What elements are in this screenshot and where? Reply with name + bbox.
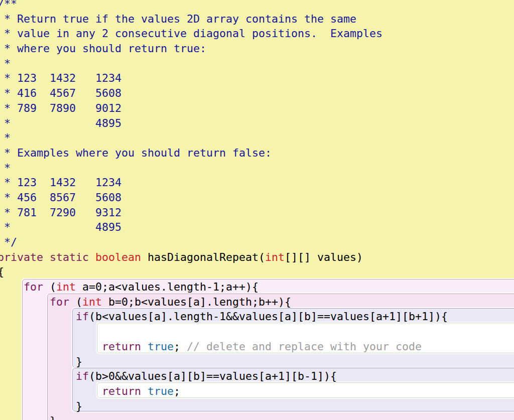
code-token — [0, 281, 24, 293]
code-line-28: } — [0, 399, 448, 414]
code-token: a=0;a<values.length-1;a++){ — [76, 281, 259, 293]
code-token: int — [82, 296, 102, 308]
code-token: return — [102, 340, 141, 353]
code-token: ; — [174, 385, 180, 397]
code-token: * — [0, 131, 11, 144]
code-token — [89, 251, 95, 263]
code-token: * 789 7890 9012 — [0, 102, 121, 114]
code-line-26: if(b>0&&values[a][b]==values[a+1][b-1]){ — [0, 369, 448, 384]
code-line-18: private static boolean hasDiagonalRepeat… — [0, 250, 448, 265]
code-token — [0, 310, 76, 323]
code-line-13: * 123 1432 1234 — [0, 175, 448, 190]
code-token: // delete and replace with your code — [187, 340, 422, 353]
code-token: for — [50, 296, 69, 308]
code-token — [141, 340, 148, 353]
code-line-27: return true; — [0, 384, 448, 399]
code-token — [0, 370, 76, 382]
code-editor-text[interactable]: /** * Return true if the values 2D array… — [0, 0, 448, 420]
code-line-8: * 789 7890 9012 — [0, 101, 448, 116]
code-token: * 123 1432 1234 — [0, 72, 121, 84]
code-line-11: * Examples where you should return false… — [0, 146, 448, 161]
code-line-4: * where you should return true: — [0, 41, 448, 56]
code-token — [0, 385, 102, 397]
code-token: ( — [43, 281, 56, 293]
code-token: /** — [0, 0, 17, 10]
code-line-21: for (int b=0;b<values[a].length;b++){ — [0, 295, 448, 310]
bluej-editor-viewport: /** * Return true if the values 2D array… — [0, 0, 514, 420]
code-line-24: return true; // delete and replace with … — [0, 339, 448, 354]
code-token: if — [76, 370, 89, 382]
code-line-19: { — [0, 264, 448, 279]
code-token: boolean — [95, 251, 141, 263]
code-token: * 456 8567 5608 — [0, 191, 121, 204]
code-token: static — [50, 251, 89, 263]
code-line-2: * Return true if the values 2D array con… — [0, 12, 448, 27]
code-token: * 4895 — [0, 117, 121, 129]
code-token — [0, 340, 102, 353]
code-token: for — [24, 281, 43, 293]
code-line-23 — [0, 324, 448, 339]
code-token: private — [0, 251, 43, 263]
code-token: } — [0, 355, 82, 368]
code-line-25: } — [0, 354, 448, 369]
code-token: * 4895 — [0, 221, 121, 233]
code-token: (b<values[a].length-1&&values[a][b]==val… — [89, 310, 448, 323]
code-line-12: * — [0, 161, 448, 176]
code-line-9: * 4895 — [0, 116, 448, 131]
code-token — [0, 296, 50, 308]
code-token: return — [102, 385, 141, 397]
code-token: (b>0&&values[a][b]==values[a+1][b-1]){ — [89, 370, 337, 382]
code-line-16: * 4895 — [0, 220, 448, 235]
code-token: * Return true if the values 2D array con… — [0, 13, 356, 25]
code-token: * 123 1432 1234 — [0, 176, 121, 189]
code-token: */ — [0, 236, 17, 248]
code-token: * where you should return true: — [0, 42, 206, 55]
code-token: { — [0, 265, 4, 278]
code-token: * — [0, 162, 11, 174]
code-line-5: * — [0, 56, 448, 71]
code-line-3: * value in any 2 consecutive diagonal po… — [0, 26, 448, 41]
code-token: [][] values) — [285, 251, 363, 263]
code-line-10: * — [0, 130, 448, 146]
code-token: * 416 4567 5608 — [0, 87, 121, 99]
code-token — [43, 251, 50, 263]
code-line-15: * 781 7290 9312 — [0, 205, 448, 220]
code-token: * Examples where you should return false… — [0, 147, 272, 159]
code-line-29: } — [0, 413, 448, 420]
code-token: } — [0, 400, 82, 412]
code-line-17: */ — [0, 235, 448, 250]
code-line-7: * 416 4567 5608 — [0, 86, 448, 101]
code-token: int — [265, 251, 285, 263]
code-token: hasDiagonalRepeat( — [141, 251, 265, 263]
code-token: * 781 7290 9312 — [0, 206, 121, 219]
code-token: } — [0, 414, 56, 420]
code-line-14: * 456 8567 5608 — [0, 190, 448, 205]
code-line-1: /** — [0, 0, 448, 12]
code-token: * — [0, 57, 11, 70]
code-line-22: if(b<values[a].length-1&&values[a][b]==v… — [0, 309, 448, 324]
code-token: if — [76, 310, 89, 323]
code-token: ; — [174, 340, 187, 353]
code-token: ( — [69, 296, 82, 308]
code-token: int — [56, 281, 76, 293]
code-line-20: for (int a=0;a<values.length-1;a++){ — [0, 279, 448, 295]
code-token: b=0;b<values[a].length;b++){ — [102, 296, 291, 308]
code-token: true — [148, 340, 174, 353]
code-line-6: * 123 1432 1234 — [0, 71, 448, 86]
code-token: true — [148, 385, 174, 397]
code-token — [141, 385, 148, 397]
code-token: * value in any 2 consecutive diagonal po… — [0, 27, 382, 40]
